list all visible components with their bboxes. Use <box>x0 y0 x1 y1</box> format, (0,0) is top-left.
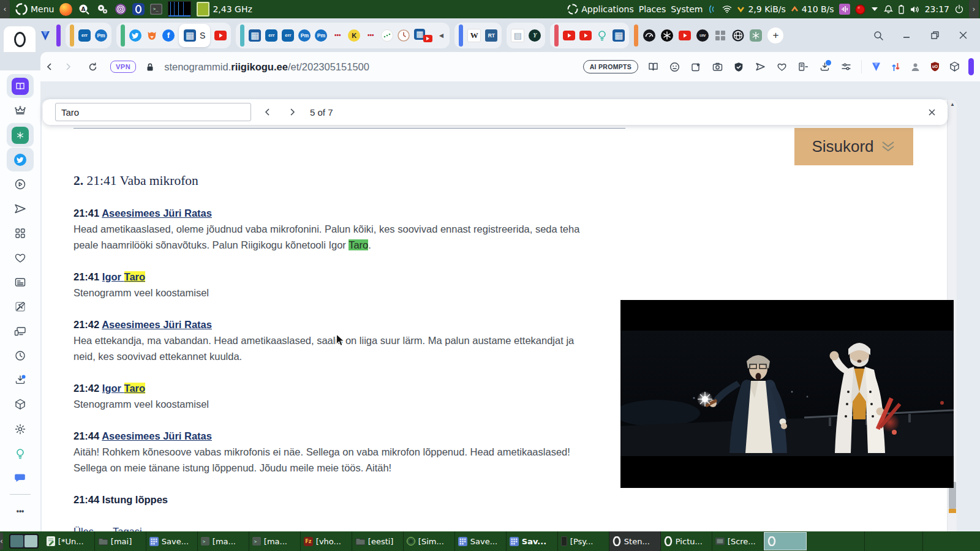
tab-new-tab-plus[interactable]: + <box>767 28 783 43</box>
panel-expand-arrow[interactable]: › <box>969 0 979 18</box>
tab-postimees[interactable]: Pm <box>298 29 311 42</box>
tab-uiv[interactable]: UIV <box>696 29 709 42</box>
collapsed-tab-group[interactable] <box>634 24 638 47</box>
sidebar-item-idea-bulb[interactable] <box>7 441 34 465</box>
tab-postimees[interactable]: Pm <box>315 29 327 42</box>
taskbar-window[interactable]: [mai] <box>95 531 146 551</box>
volume[interactable] <box>910 5 920 14</box>
tab-group-color-bar[interactable] <box>70 24 74 47</box>
heart-favorite-button[interactable] <box>775 60 788 73</box>
scroll-up-arrow[interactable]: ▲ <box>948 100 957 108</box>
ublock-origin-button[interactable]: uO <box>928 60 941 73</box>
sidebar-item-bookmarks-book[interactable] <box>7 74 34 98</box>
tab-youtube[interactable] <box>579 31 592 40</box>
speaker-link[interactable]: Aseesimees Jüri Ratas <box>102 430 212 441</box>
firefox[interactable] <box>59 3 72 16</box>
tab-wikipedia[interactable]: W <box>467 29 481 42</box>
menu-system[interactable]: System <box>671 4 703 14</box>
speaker-link[interactable]: Taro <box>124 383 146 394</box>
battery[interactable] <box>898 4 905 14</box>
feedback-face-button[interactable] <box>668 60 681 73</box>
privacy-person-button[interactable] <box>908 60 922 73</box>
record-indicator[interactable] <box>855 4 865 15</box>
tab-group-color-bar[interactable] <box>554 24 559 47</box>
tab-dots-red[interactable]: ••• <box>364 29 377 42</box>
workspace-1[interactable] <box>10 535 23 547</box>
tab-group-color-bar[interactable] <box>459 24 463 47</box>
media-applet[interactable] <box>839 4 850 15</box>
taskbar-window[interactable] <box>764 532 807 550</box>
tab-dots-green[interactable] <box>381 29 393 42</box>
sidebar-item-chat-bubble[interactable] <box>7 466 34 490</box>
tab-document[interactable]: ▤ <box>511 29 524 42</box>
reload-button[interactable] <box>83 58 102 76</box>
taskbar-window[interactable]: [Scre... <box>712 531 764 551</box>
menu-23:17[interactable]: 23:17 <box>925 4 949 14</box>
tab-grid-gray[interactable] <box>714 29 726 42</box>
distro-logo[interactable]: Menu <box>15 3 54 15</box>
collapsed-tab-group[interactable] <box>56 24 61 47</box>
tab-openai[interactable] <box>661 29 673 42</box>
taskbar-collapse-arrow[interactable]: ‹ <box>0 533 3 550</box>
taskbar-window[interactable]: >[ma... <box>249 531 301 551</box>
sidebar-item-speed-dial-grid[interactable] <box>7 221 34 245</box>
taskbar-window[interactable]: Fz[vho... <box>301 531 352 551</box>
opera-menu-button[interactable] <box>4 26 36 52</box>
sliders-button[interactable] <box>839 60 853 73</box>
active-tab[interactable]: ▦S <box>179 24 210 47</box>
speaker-link[interactable]: Igor <box>102 271 124 282</box>
wifi[interactable] <box>722 5 732 13</box>
sisukord-button[interactable]: Sisukord <box>794 128 913 165</box>
taskbar-window[interactable]: >[ma... <box>198 531 249 551</box>
gears[interactable] <box>96 3 109 15</box>
tab-idea-bulb[interactable] <box>596 29 608 42</box>
sidebar-item-settings-gear[interactable] <box>7 417 34 441</box>
tab-v-logo[interactable] <box>39 29 51 42</box>
sidebar-item-pinboard[interactable] <box>7 294 34 318</box>
forward-button[interactable] <box>59 58 77 76</box>
find-next-button[interactable] <box>284 104 300 120</box>
tab-facebook[interactable]: f <box>162 29 175 42</box>
tab-youtube[interactable] <box>679 31 691 40</box>
power[interactable] <box>954 4 964 14</box>
sidebar-item-downloads-tray[interactable] <box>7 368 34 392</box>
minimize-window-button[interactable] <box>900 29 913 42</box>
tab-firefox-fox[interactable] <box>146 29 158 42</box>
updown-traffic-button[interactable] <box>889 60 902 73</box>
tab-twitter[interactable] <box>129 29 141 42</box>
opera[interactable] <box>132 3 145 15</box>
snapshot-camera-button[interactable] <box>710 60 724 73</box>
back-button[interactable] <box>40 58 59 76</box>
tab-err[interactable]: err <box>265 29 277 42</box>
toolbar-search-button[interactable] <box>872 29 884 42</box>
tab-tab-audio-muted[interactable]: ◄ <box>437 29 445 42</box>
tab-dark-monogram[interactable]: Y <box>529 29 541 42</box>
tab-postimees[interactable]: Pm <box>95 29 107 42</box>
sidebar-item-chatgpt[interactable] <box>7 123 34 147</box>
taskbar-window[interactable]: Pictu... <box>661 531 712 551</box>
tab-err[interactable]: err <box>78 29 91 42</box>
taskbar-window[interactable]: Save... <box>146 531 198 551</box>
sidebar-item-heart-follow[interactable] <box>7 246 34 269</box>
tab-group-color-bar[interactable] <box>121 24 125 47</box>
tab-group-color-bar[interactable] <box>240 24 244 47</box>
taskbar-window[interactable]: Sten... <box>609 531 661 551</box>
sidebar-item-twitter[interactable] <box>7 148 34 171</box>
speaker-link[interactable]: Taro <box>124 271 146 282</box>
taskbar-window[interactable]: [*Un... <box>43 531 95 551</box>
maximize-window-button[interactable] <box>929 29 941 42</box>
speaker-link[interactable]: Aseesimees Jüri Ratas <box>102 208 212 219</box>
sidebar-item-history-clock[interactable] <box>7 343 34 367</box>
workspace-switcher[interactable] <box>9 534 39 549</box>
reading-list-button[interactable] <box>796 60 810 73</box>
send-flow-button[interactable] <box>753 60 767 73</box>
bookmark-star-button[interactable] <box>689 60 703 73</box>
vpn-extension-button[interactable] <box>869 60 883 73</box>
tab-dots-red[interactable]: ••• <box>331 29 344 42</box>
panel-collapse-arrow[interactable]: ‹ <box>0 0 10 18</box>
taskbar-window[interactable]: [eesti] <box>352 531 404 551</box>
taskbar-window[interactable]: [Psy... <box>558 531 609 551</box>
tab-riigikogu-youtube[interactable]: ▦ <box>414 29 432 42</box>
find-input[interactable] <box>55 103 251 121</box>
menu-places[interactable]: Places <box>639 4 666 14</box>
